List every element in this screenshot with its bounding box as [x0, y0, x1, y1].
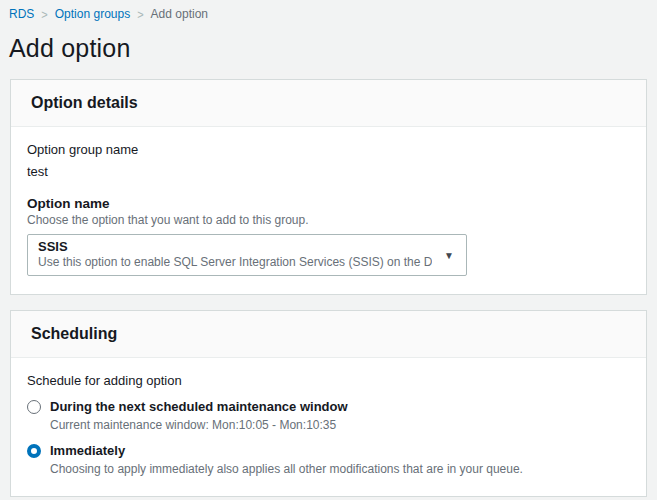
breadcrumb: RDS > Option groups > Add option — [0, 0, 657, 21]
scheduling-card: Scheduling Schedule for adding option Du… — [10, 310, 647, 497]
scheduling-heading: Scheduling — [31, 325, 626, 343]
option-group-name-field: Option group name test — [27, 142, 626, 179]
radio-label[interactable]: During the next scheduled maintenance wi… — [50, 399, 348, 415]
radio-option-immediately[interactable]: Immediately Choosing to apply immediatel… — [27, 443, 626, 476]
page-title: Add option — [9, 34, 645, 63]
option-name-select[interactable]: SSIS Use this option to enable SQL Serve… — [27, 234, 467, 276]
option-group-name-label: Option group name — [27, 142, 626, 157]
option-group-name-value: test — [27, 164, 626, 179]
dropdown-caret-icon: ▼ — [444, 250, 454, 261]
radio-button[interactable] — [27, 400, 41, 414]
add-option-page: RDS > Option groups > Add option Add opt… — [0, 0, 657, 500]
radio-texts: Immediately Choosing to apply immediatel… — [50, 443, 523, 476]
breadcrumb-separator-icon: > — [137, 7, 143, 21]
option-details-card: Option details Option group name test Op… — [10, 79, 647, 295]
option-name-hint: Choose the option that you want to add t… — [27, 213, 626, 227]
breadcrumb-separator-icon: > — [41, 7, 47, 21]
radio-hint: Choosing to apply immediately also appli… — [50, 462, 523, 476]
schedule-group-label: Schedule for adding option — [27, 373, 626, 388]
breadcrumb-link-rds[interactable]: RDS — [9, 7, 34, 21]
radio-option-maintenance-window[interactable]: During the next scheduled maintenance wi… — [27, 399, 626, 432]
option-name-field: Option name Choose the option that you w… — [27, 196, 626, 276]
scheduling-body: Schedule for adding option During the ne… — [11, 358, 646, 496]
option-details-header: Option details — [11, 80, 646, 127]
option-name-select-value: SSIS — [38, 239, 432, 255]
scheduling-header: Scheduling — [11, 311, 646, 358]
radio-button[interactable] — [27, 444, 41, 458]
option-name-label: Option name — [27, 196, 626, 211]
radio-hint: Current maintenance window: Mon:10:05 - … — [50, 418, 348, 432]
option-details-body: Option group name test Option name Choos… — [11, 127, 646, 294]
breadcrumb-link-option-groups[interactable]: Option groups — [55, 7, 130, 21]
option-details-heading: Option details — [31, 94, 626, 112]
radio-texts: During the next scheduled maintenance wi… — [50, 399, 348, 432]
radio-label[interactable]: Immediately — [50, 443, 523, 459]
option-name-select-description: Use this option to enable SQL Server Int… — [38, 255, 432, 270]
breadcrumb-current: Add option — [151, 7, 208, 21]
